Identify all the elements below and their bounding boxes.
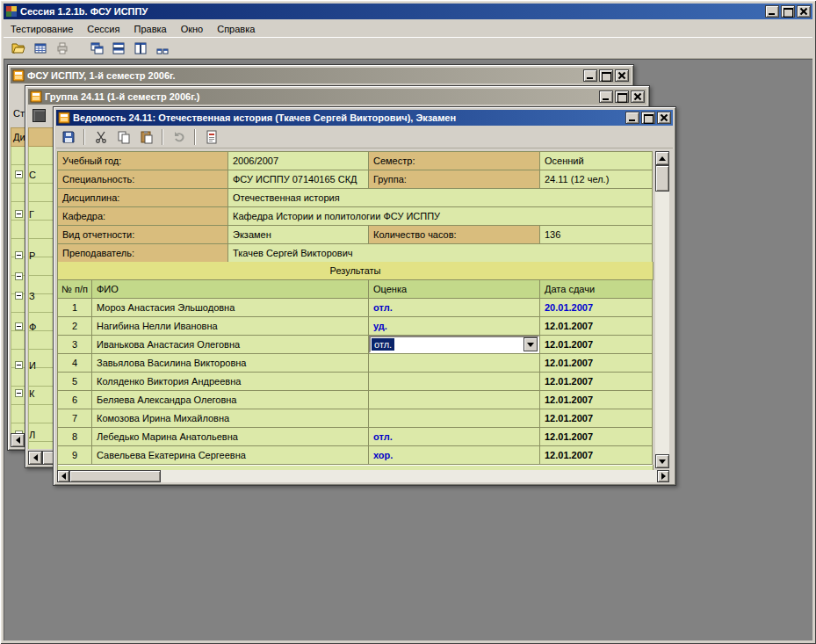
student-name[interactable]: Лебедько Марина Анатольевна — [92, 428, 369, 446]
student-name[interactable]: Нагибина Нелли Ивановна — [92, 317, 369, 336]
minimize-button[interactable] — [625, 112, 639, 124]
expand-box[interactable] — [15, 361, 23, 369]
menu-item-edit[interactable]: Правка — [126, 21, 173, 37]
arrange-icons-icon[interactable] — [152, 39, 172, 58]
student-name[interactable]: Завьялова Василина Викторовна — [92, 354, 369, 373]
expand-box[interactable] — [15, 322, 23, 330]
menu-item-help[interactable]: Справка — [210, 21, 262, 37]
menu-item-session[interactable]: Сессия — [80, 21, 126, 37]
expand-box[interactable] — [15, 210, 23, 218]
vertical-scrollbar[interactable] — [655, 151, 669, 468]
expand-box[interactable] — [15, 292, 23, 300]
horizontal-scrollbar[interactable] — [57, 470, 669, 482]
tree-node-label[interactable]: З — [29, 286, 53, 306]
open-folder-icon[interactable] — [8, 39, 28, 58]
scroll-right-button[interactable] — [657, 470, 669, 482]
student-name[interactable]: Коляденко Виктория Андреевна — [92, 373, 369, 391]
close-button[interactable] — [657, 112, 671, 124]
grade-cell[interactable]: хор. — [369, 446, 540, 465]
maximize-button[interactable] — [781, 5, 795, 18]
grade-dropdown-list: отл. хор. уд. неуд. н/доп н/я — [369, 353, 540, 354]
minimize-button[interactable] — [765, 5, 779, 18]
student-name[interactable]: Комозова Ирина Михайловна — [92, 409, 369, 428]
tile-vertical-icon[interactable] — [130, 39, 150, 58]
maximize-button[interactable] — [641, 112, 655, 124]
group-titlebar[interactable]: Группа 24.11 (1-й семестр 2006г.) — [28, 89, 646, 105]
grade-cell[interactable]: отл. — [369, 299, 540, 317]
grid-button-icon[interactable] — [32, 109, 46, 122]
student-name[interactable]: Беляева Александра Олеговна — [92, 391, 369, 409]
expand-box[interactable] — [15, 272, 23, 280]
tree-node-label[interactable]: К — [29, 384, 53, 403]
vedomost-titlebar[interactable]: Ведомость 24.11: Отечественная история (… — [56, 110, 673, 126]
main-window-title: Сессия 1.2.1b. ФСУ ИСППУ — [20, 6, 762, 17]
tree-node-label[interactable]: Г — [29, 205, 53, 224]
results-section-header: Результаты — [57, 262, 654, 280]
save-icon[interactable] — [58, 127, 78, 147]
copy-icon[interactable] — [113, 127, 134, 147]
tree-node-label[interactable]: И — [29, 356, 53, 375]
date-cell[interactable]: 12.01.2007 — [540, 409, 653, 428]
tree-node-label[interactable]: Л — [29, 425, 53, 445]
report-icon[interactable] — [201, 127, 221, 147]
close-button[interactable] — [631, 90, 645, 103]
menu-item-testing[interactable]: Тестирование — [4, 21, 80, 37]
expand-box[interactable] — [15, 251, 23, 259]
combobox-dropdown-button[interactable] — [524, 337, 538, 351]
scroll-left-button[interactable] — [11, 433, 25, 447]
data-table-icon[interactable] — [30, 39, 50, 58]
tree-node-label[interactable]: С — [29, 165, 53, 185]
date-cell[interactable]: 12.01.2007 — [540, 373, 653, 391]
paste-icon[interactable] — [136, 127, 156, 147]
expand-box[interactable] — [15, 389, 23, 397]
form-label: Учебный год: — [58, 152, 228, 170]
vedomost-window-title: Ведомость 24.11: Отечественная история (… — [73, 112, 623, 123]
date-cell[interactable]: 12.01.2007 — [540, 317, 653, 336]
student-name[interactable]: Мороз Анастасия Эльшодовна — [92, 299, 369, 317]
date-cell[interactable]: 12.01.2007 — [540, 428, 653, 446]
expand-box[interactable] — [15, 170, 23, 178]
grade-combobox[interactable]: отл. — [369, 336, 539, 353]
grade-cell[interactable] — [369, 409, 540, 428]
minimize-button[interactable] — [583, 69, 597, 82]
combobox-value: отл. — [372, 338, 394, 351]
date-cell[interactable]: 20.01.2007 — [540, 299, 653, 317]
grade-cell-editing[interactable]: отл. отл. хор. уд. неуд. н/доп н/я — [369, 336, 540, 354]
window-vedomost: Ведомость 24.11: Отечественная история (… — [53, 106, 676, 486]
minimize-button[interactable] — [599, 90, 613, 103]
scroll-left-button[interactable] — [57, 470, 69, 482]
maximize-button[interactable] — [599, 69, 613, 82]
close-button[interactable] — [615, 69, 629, 82]
column-header: № п/п — [58, 280, 92, 299]
scroll-up-button[interactable] — [655, 151, 669, 165]
semester-titlebar[interactable]: ФСУ ИСППУ, 1-й семестр 2006г. — [11, 68, 631, 83]
close-button[interactable] — [797, 5, 811, 18]
student-name[interactable]: Савельева Екатерина Сергеевна — [92, 446, 369, 465]
date-cell[interactable]: 12.01.2007 — [540, 446, 653, 465]
row-number: 8 — [58, 428, 92, 446]
date-cell[interactable]: 12.01.2007 — [540, 336, 653, 354]
menu-item-window[interactable]: Окно — [174, 21, 211, 37]
grade-cell[interactable]: уд. — [369, 317, 540, 336]
printer-icon[interactable] — [52, 39, 72, 58]
main-titlebar[interactable]: Сессия 1.2.1b. ФСУ ИСППУ — [4, 4, 812, 19]
scroll-left-button[interactable] — [28, 451, 42, 465]
maximize-button[interactable] — [615, 90, 629, 103]
grade-cell[interactable] — [369, 354, 540, 373]
grade-cell[interactable]: отл. — [369, 428, 540, 446]
student-name[interactable]: Иванькова Анастасия Олеговна — [92, 336, 369, 354]
tree-node-label[interactable]: Р — [29, 246, 53, 265]
tree-node-label[interactable]: Ф — [29, 317, 53, 336]
scrollbar-thumb[interactable] — [69, 470, 161, 482]
scroll-down-button[interactable] — [655, 454, 669, 468]
grade-cell[interactable] — [369, 391, 540, 409]
tile-horizontal-icon[interactable] — [108, 39, 128, 58]
date-cell[interactable]: 12.01.2007 — [540, 391, 653, 409]
column-header-fragment: Ст — [13, 108, 25, 119]
grade-cell[interactable] — [369, 373, 540, 391]
cascade-windows-icon[interactable] — [86, 39, 106, 58]
date-cell[interactable]: 12.01.2007 — [540, 354, 653, 373]
undo-icon — [169, 127, 189, 147]
cut-icon[interactable] — [90, 127, 111, 147]
scrollbar-thumb[interactable] — [655, 165, 669, 192]
